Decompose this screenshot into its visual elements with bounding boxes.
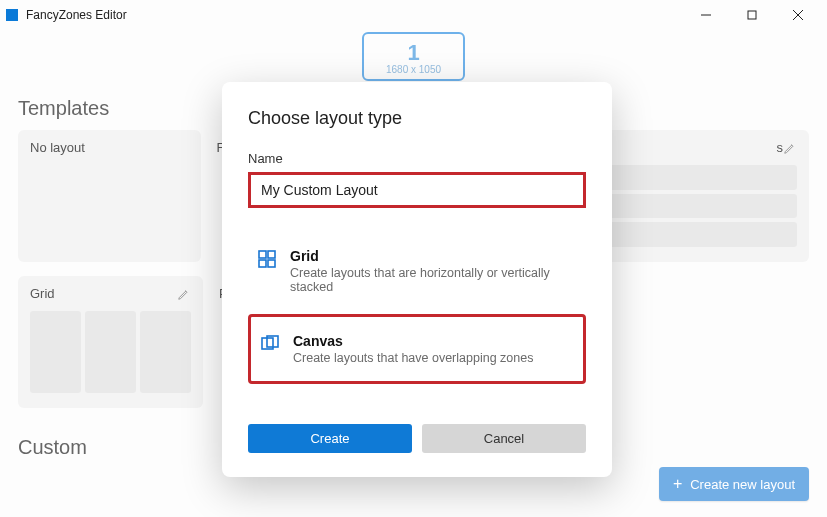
option-desc: Create layouts that have overlapping zon… [293,351,533,365]
close-button[interactable] [775,0,821,30]
layout-name-input[interactable] [251,175,583,205]
option-title: Canvas [293,333,533,349]
canvas-icon [261,335,279,353]
titlebar: FancyZones Editor [0,0,827,30]
choose-layout-dialog: Choose layout type Name Grid Create layo… [222,82,612,477]
maximize-button[interactable] [729,0,775,30]
option-title: Grid [290,248,576,264]
dialog-buttons: Create Cancel [248,424,586,453]
create-button[interactable]: Create [248,424,412,453]
option-desc: Create layouts that are horizontally or … [290,266,576,294]
layout-option-canvas[interactable]: Canvas Create layouts that have overlapp… [248,314,586,384]
name-label: Name [248,151,586,166]
dialog-overlay: Choose layout type Name Grid Create layo… [0,30,827,517]
dialog-title: Choose layout type [248,108,586,129]
name-input-highlight [248,172,586,208]
svg-rect-7 [268,260,275,267]
svg-rect-4 [259,251,266,258]
svg-rect-6 [259,260,266,267]
grid-icon [258,250,276,268]
svg-rect-5 [268,251,275,258]
app-icon [6,9,18,21]
svg-rect-1 [748,11,756,19]
window-title: FancyZones Editor [26,8,683,22]
layout-option-grid[interactable]: Grid Create layouts that are horizontall… [248,234,586,308]
minimize-button[interactable] [683,0,729,30]
cancel-button[interactable]: Cancel [422,424,586,453]
window-controls [683,0,821,30]
